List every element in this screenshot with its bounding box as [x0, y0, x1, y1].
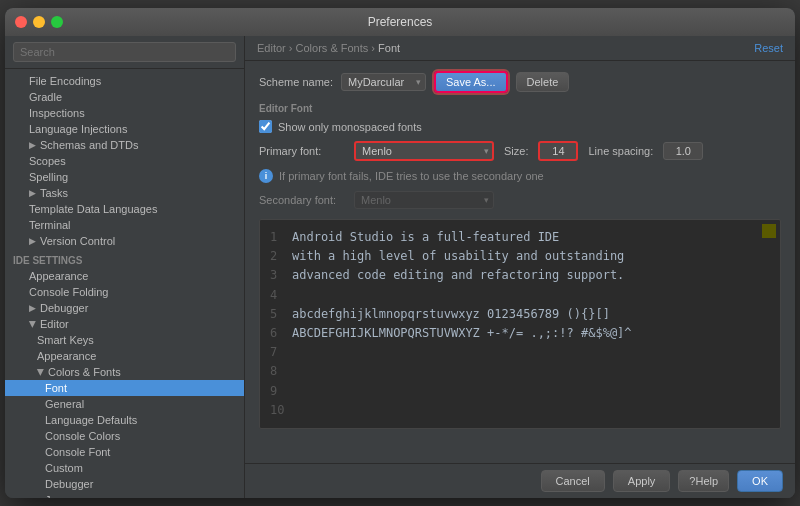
preview-line-8: 8 — [270, 362, 770, 381]
sidebar-item-file-encodings[interactable]: File Encodings — [5, 73, 244, 89]
sidebar-item-scopes[interactable]: Scopes — [5, 153, 244, 169]
preview-line-5: 5 abcdefghijklmnopqrstuvwxyz 0123456789 … — [270, 305, 770, 324]
primary-font-label: Primary font: — [259, 145, 344, 157]
sidebar-item-console-colors[interactable]: Console Colors — [5, 428, 244, 444]
scheme-dropdown-wrap: MyDarcular — [341, 73, 426, 91]
preferences-window: Preferences File Encodings Gradle Inspec… — [5, 8, 795, 498]
show-monospaced-checkbox[interactable] — [259, 120, 272, 133]
secondary-font-dropdown-wrap: Menlo — [354, 191, 494, 209]
secondary-font-row: Secondary font: Menlo — [259, 191, 781, 209]
info-row: i If primary font fails, IDE tries to us… — [259, 169, 781, 183]
maximize-button[interactable] — [51, 16, 63, 28]
preview-line-1: 1 Android Studio is a full-featured IDE — [270, 228, 770, 247]
search-input[interactable] — [13, 42, 236, 62]
preview-line-6: 6 ABCDEFGHIJKLMNOPQRSTUVWXYZ +-*/= .,;:!… — [270, 324, 770, 343]
preview-line-9: 9 — [270, 382, 770, 401]
sidebar-tree: File Encodings Gradle Inspections Langua… — [5, 69, 244, 498]
cancel-button[interactable]: Cancel — [541, 470, 605, 492]
preview-line-4: 4 — [270, 286, 770, 305]
reset-link[interactable]: Reset — [754, 42, 783, 54]
preview-line-10: 10 — [270, 401, 770, 420]
sidebar-item-colors-fonts[interactable]: ▶Colors & Fonts — [5, 364, 244, 380]
sidebar-item-tasks[interactable]: ▶Tasks — [5, 185, 244, 201]
help-button[interactable]: ?Help — [678, 470, 729, 492]
show-monospaced-label: Show only monospaced fonts — [278, 121, 422, 133]
preview-line-7: 7 — [270, 343, 770, 362]
sidebar-item-appearance-root[interactable]: Appearance — [5, 268, 244, 284]
sidebar-item-appearance-editor[interactable]: Appearance — [5, 348, 244, 364]
fold-button[interactable] — [762, 224, 776, 238]
primary-font-dropdown-wrap: Menlo — [354, 141, 494, 161]
show-monospaced-row: Show only monospaced fonts — [259, 120, 781, 133]
preview-box: 1 Android Studio is a full-featured IDE … — [259, 219, 781, 429]
bottom-bar: Cancel Apply ?Help OK — [245, 463, 795, 498]
preview-line-2: 2 with a high level of usability and out… — [270, 247, 770, 266]
secondary-font-label: Secondary font: — [259, 194, 344, 206]
sidebar-item-version-control[interactable]: ▶Version Control — [5, 233, 244, 249]
sidebar-item-gradle[interactable]: Gradle — [5, 89, 244, 105]
preview-line-3: 3 advanced code editing and refactoring … — [270, 266, 770, 285]
sidebar-item-general[interactable]: General — [5, 396, 244, 412]
delete-button[interactable]: Delete — [516, 72, 570, 92]
apply-button[interactable]: Apply — [613, 470, 671, 492]
main-content: File Encodings Gradle Inspections Langua… — [5, 36, 795, 498]
breadcrumb: Editor › Colors & Fonts › Font — [257, 42, 400, 54]
secondary-font-dropdown[interactable]: Menlo — [354, 191, 494, 209]
sidebar-item-schemas-dtds[interactable]: ▶Schemas and DTDs — [5, 137, 244, 153]
sidebar-item-debugger-root[interactable]: ▶Debugger — [5, 300, 244, 316]
size-label: Size: — [504, 145, 528, 157]
scheme-name-label: Scheme name: — [259, 76, 333, 88]
ide-settings-label: IDE Settings — [5, 249, 244, 268]
sidebar-item-editor-root[interactable]: ▶Editor — [5, 316, 244, 332]
sidebar-item-template-data[interactable]: Template Data Languages — [5, 201, 244, 217]
primary-font-row: Primary font: Menlo Size: Line spacing: — [259, 141, 781, 161]
sidebar-item-spelling[interactable]: Spelling — [5, 169, 244, 185]
line-spacing-input[interactable] — [663, 142, 703, 160]
search-box — [5, 36, 244, 69]
sidebar-item-smart-keys[interactable]: Smart Keys — [5, 332, 244, 348]
size-input[interactable] — [538, 141, 578, 161]
editor-font-section-label: Editor Font — [259, 103, 781, 114]
scheme-dropdown[interactable]: MyDarcular — [341, 73, 426, 91]
save-as-button[interactable]: Save As... — [434, 71, 508, 93]
line-spacing-label: Line spacing: — [588, 145, 653, 157]
ok-button[interactable]: OK — [737, 470, 783, 492]
sidebar-item-terminal[interactable]: Terminal — [5, 217, 244, 233]
primary-font-dropdown[interactable]: Menlo — [354, 141, 494, 161]
sidebar-item-console-font[interactable]: Console Font — [5, 444, 244, 460]
minimize-button[interactable] — [33, 16, 45, 28]
window-title: Preferences — [368, 15, 433, 29]
sidebar-item-language-injections[interactable]: Language Injections — [5, 121, 244, 137]
traffic-lights — [15, 16, 63, 28]
sidebar-item-console-folding[interactable]: Console Folding — [5, 284, 244, 300]
panel-content: Scheme name: MyDarcular Save As... Delet… — [245, 61, 795, 463]
breadcrumb-bar: Editor › Colors & Fonts › Font Reset — [245, 36, 795, 61]
sidebar-item-java[interactable]: Java — [5, 492, 244, 498]
sidebar-item-debugger[interactable]: Debugger — [5, 476, 244, 492]
sidebar-item-font[interactable]: Font — [5, 380, 244, 396]
right-panel: Editor › Colors & Fonts › Font Reset Sch… — [245, 36, 795, 498]
sidebar-item-custom[interactable]: Custom — [5, 460, 244, 476]
sidebar: File Encodings Gradle Inspections Langua… — [5, 36, 245, 498]
close-button[interactable] — [15, 16, 27, 28]
sidebar-item-language-defaults[interactable]: Language Defaults — [5, 412, 244, 428]
sidebar-item-inspections[interactable]: Inspections — [5, 105, 244, 121]
title-bar: Preferences — [5, 8, 795, 36]
scheme-row: Scheme name: MyDarcular Save As... Delet… — [259, 71, 781, 93]
info-icon: i — [259, 169, 273, 183]
info-text: If primary font fails, IDE tries to use … — [279, 170, 544, 182]
